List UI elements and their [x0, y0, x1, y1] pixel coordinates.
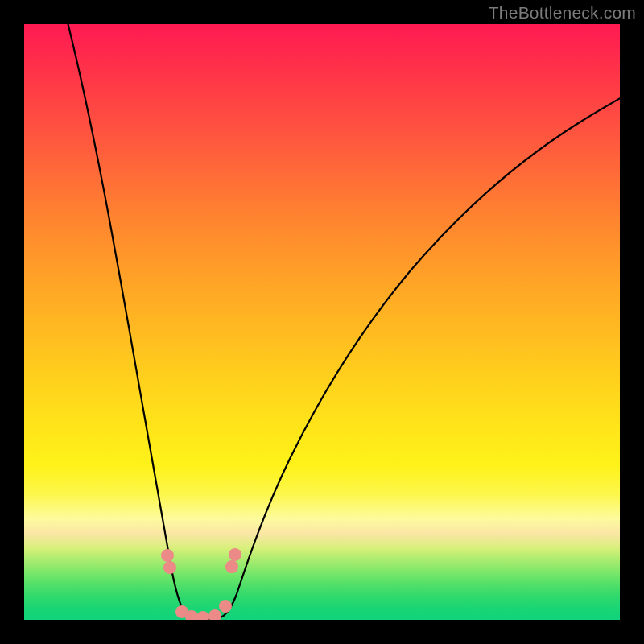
- marker-dot: [196, 611, 209, 620]
- marker-dot: [219, 600, 232, 613]
- watermark-text: TheBottleneck.com: [489, 3, 636, 23]
- marker-dot: [208, 609, 221, 620]
- plot-area: [24, 24, 620, 620]
- marker-dot: [229, 548, 242, 561]
- bottleneck-curve: [66, 24, 620, 619]
- chart-frame: TheBottleneck.com: [0, 0, 644, 644]
- marker-group: [161, 548, 242, 620]
- marker-dot: [161, 549, 174, 562]
- marker-dot: [163, 561, 176, 574]
- curve-layer: [24, 24, 620, 620]
- marker-dot: [225, 560, 238, 573]
